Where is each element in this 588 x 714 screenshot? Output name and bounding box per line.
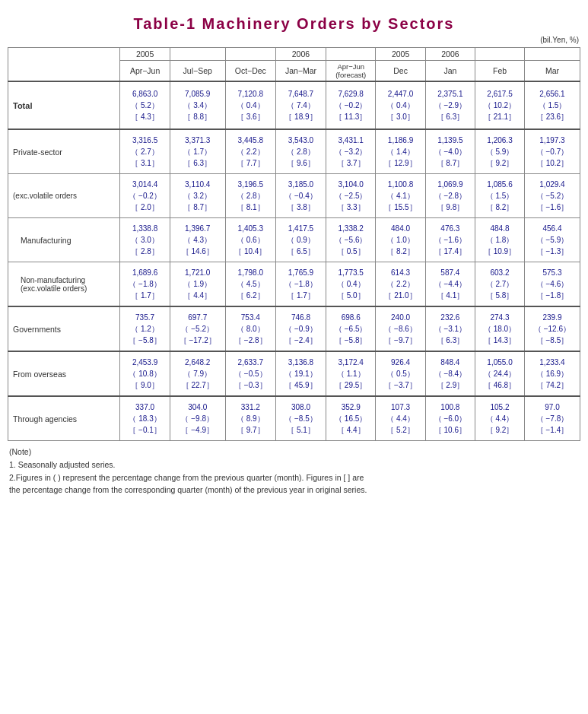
cell-7-4: 352.9（ 16.5）［ 4.4］	[326, 396, 376, 441]
cell-2-4: 3,104.0（ −2.5）［ 3.3］	[326, 174, 376, 218]
header-row-1: 2005 2006 2005 2006	[8, 48, 580, 61]
table-row: Private-sector3,316.5（ 2.7）［ 3.1］3,371.3…	[8, 129, 580, 174]
col8-year-header	[475, 48, 525, 61]
table-row: Through agencies337.0（ 18.3）［ −0.1］304.0…	[8, 396, 580, 441]
cell-6-8: 1,233.4（ 16.9）［ 74.2］	[524, 351, 580, 396]
cell-7-0: 337.0（ 18.3）［ −0.1］	[120, 396, 170, 441]
cell-5-0: 735.7（ 1.2）［ −5.8］	[120, 306, 170, 351]
table-row: From overseas2,453.9（ 10.8）［ 9.0］2,648.2…	[8, 351, 580, 396]
cell-4-6: 587.4（ −4.4）［ 4.1］	[425, 262, 475, 307]
row-label-7: Through agencies	[8, 396, 120, 441]
cell-0-0: 6,863.0（ 5.2）［ 4.3］	[120, 81, 170, 129]
cell-4-1: 1,721.0（ 1.9）［ 4.4］	[170, 262, 225, 307]
cell-0-1: 7,085.9（ 3.4）［ 8.8］	[170, 81, 225, 129]
table-row: Total6,863.0（ 5.2）［ 4.3］7,085.9（ 3.4）［ 8…	[8, 81, 580, 129]
cell-1-6: 1,139.5（ −4.0）［ 8.7］	[425, 129, 475, 174]
cell-7-8: 97.0（ −7.8）［ −1.4］	[524, 396, 580, 441]
cell-5-8: 239.9（ −12.6）［ −8.5］	[524, 306, 580, 351]
row-label-0: Total	[8, 81, 120, 129]
col9-period-header: Mar	[524, 61, 580, 82]
cell-3-8: 456.4（ −5.9）［ −1.3］	[524, 218, 580, 262]
cell-7-3: 308.0（ −8.5）［ 5.1］	[275, 396, 326, 441]
cell-3-3: 1,417.5（ 0.9）［ 6.5］	[275, 218, 326, 262]
table-row: (exc.volatile orders3,014.4（ −0.2）［ 2.0］…	[8, 174, 580, 218]
cell-5-4: 698.6（ −6.5）［ −5.8］	[326, 306, 376, 351]
cell-4-0: 1,689.6（ −1.8）［ 1.7］	[120, 262, 170, 307]
note-line-0: (Note)	[9, 446, 580, 459]
col6-year-header: 2005	[376, 48, 425, 61]
cell-7-5: 107.3（ 4.4）［ 5.2］	[376, 396, 425, 441]
note-line-2: 2.Figures in ( ) represent the percentag…	[9, 471, 580, 484]
cell-4-8: 575.3（ −4.6）［ −1.8］	[524, 262, 580, 307]
col5-year-header	[326, 48, 376, 61]
row-label-4: Non-manufacturing(exc.volatile orders)	[8, 262, 120, 307]
label-col-header	[8, 48, 120, 82]
cell-0-6: 2,375.1（ −2.9）［ 6.3］	[425, 81, 475, 129]
note-line-3: the percentage change from the correspon…	[9, 484, 580, 497]
col5-period-header: Apr−Jun (forecast)	[326, 61, 376, 82]
col1-year-header: 2005	[120, 48, 170, 61]
cell-6-1: 2,648.2（ 7.9）［ 22.7］	[170, 351, 225, 396]
cell-0-5: 2,447.0（ 0.4）［ 3.0］	[376, 81, 425, 129]
row-label-1: Private-sector	[8, 129, 120, 174]
row-label-5: Governments	[8, 306, 120, 351]
cell-6-5: 926.4（ 0.5）［ −3.7］	[376, 351, 425, 396]
cell-3-0: 1,338.8（ 3.0）［ 2.8］	[120, 218, 170, 262]
cell-7-1: 304.0（ −9.8）［ −4.9］	[170, 396, 225, 441]
col4-period-header: Jan−Mar	[275, 61, 326, 82]
cell-3-6: 476.3（ −1.6）［ 17.4］	[425, 218, 475, 262]
cell-7-6: 100.8（ −6.0）［ 10.6］	[425, 396, 475, 441]
col2-year-header	[170, 48, 225, 61]
cell-2-0: 3,014.4（ −0.2）［ 2.0］	[120, 174, 170, 218]
cell-4-2: 1,798.0（ 4.5）［ 6.2］	[225, 262, 275, 307]
cell-3-5: 484.0（ 1.0）［ 8.2］	[376, 218, 425, 262]
cell-0-3: 7,648.7（ 7.4）［ 18.9］	[275, 81, 326, 129]
cell-5-1: 697.7（ −5.2）［ −17.2］	[170, 306, 225, 351]
col6-period-header: Dec	[376, 61, 425, 82]
cell-5-2: 753.4（ 8.0）［ −2.8］	[225, 306, 275, 351]
cell-2-6: 1,069.9（ −2.8）［ 9.8］	[425, 174, 475, 218]
cell-6-7: 1,055.0（ 24.4）［ 46.8］	[475, 351, 525, 396]
cell-5-5: 240.0（ −8.6）［ −9.7］	[376, 306, 425, 351]
cell-0-2: 7,120.8（ 0.4）［ 3.6］	[225, 81, 275, 129]
col7-period-header: Jan	[425, 61, 475, 82]
cell-4-7: 603.2（ 2.7）［ 5.8］	[475, 262, 525, 307]
cell-1-5: 1,186.9（ 1.4）［ 12.9］	[376, 129, 425, 174]
cell-7-2: 331.2（ 8.9）［ 9.7］	[225, 396, 275, 441]
cell-2-3: 3,185.0（ −0.4）［ 3.8］	[275, 174, 326, 218]
cell-6-6: 848.4（ −8.4）［ 2.9］	[425, 351, 475, 396]
col3-year-header	[225, 48, 275, 61]
cell-1-8: 1,197.3（ −0.7）［ 10.2］	[524, 129, 580, 174]
table-row: Non-manufacturing(exc.volatile orders)1,…	[8, 262, 580, 307]
cell-4-3: 1,765.9（ −1.8）［ 1.7］	[275, 262, 326, 307]
cell-6-4: 3,172.4（ 1.1）［ 29.5］	[326, 351, 376, 396]
cell-5-3: 746.8（ −0.9）［ −2.4］	[275, 306, 326, 351]
note-line-1: 1. Seasonally adjusted series.	[9, 459, 580, 471]
row-label-2: (exc.volatile orders	[8, 174, 120, 218]
cell-5-6: 232.6（ −3.1）［ 6.3］	[425, 306, 475, 351]
cell-2-1: 3,110.4（ 3.2）［ 8.7］	[170, 174, 225, 218]
row-label-6: From overseas	[8, 351, 120, 396]
col4-year-header: 2006	[275, 48, 326, 61]
table-row: Manufacturing1,338.8（ 3.0）［ 2.8］1,396.7（…	[8, 218, 580, 262]
col7-year-header: 2006	[425, 48, 475, 61]
col3-period-header: Oct−Dec	[225, 61, 275, 82]
col2-period-header: Jul−Sep	[170, 61, 225, 82]
col8-period-header: Feb	[475, 61, 525, 82]
cell-0-4: 7,629.8（ −0.2）［ 11.3］	[326, 81, 376, 129]
cell-6-3: 3,136.8（ 19.1）［ 45.9］	[275, 351, 326, 396]
cell-4-5: 614.3（ 2.2）［ 21.0］	[376, 262, 425, 307]
unit-label: (bil.Yen, %)	[8, 36, 580, 44]
cell-1-0: 3,316.5（ 2.7）［ 3.1］	[120, 129, 170, 174]
notes-section: (Note)1. Seasonally adjusted series.2.Fi…	[8, 446, 580, 497]
cell-2-2: 3,196.5（ 2.8）［ 8.1］	[225, 174, 275, 218]
page-title: Table-1 Machinery Orders by Sectors	[8, 15, 580, 33]
cell-1-4: 3,431.1（ −3.2）［ 3.7］	[326, 129, 376, 174]
row-label-3: Manufacturing	[8, 218, 120, 262]
cell-4-4: 1,773.5（ 0.4）［ 5.0］	[326, 262, 376, 307]
cell-5-7: 274.3（ 18.0）［ 14.3］	[475, 306, 525, 351]
cell-3-7: 484.8（ 1.8）［ 10.9］	[475, 218, 525, 262]
cell-0-7: 2,617.5（ 10.2）［ 21.1］	[475, 81, 525, 129]
cell-2-7: 1,085.6（ 1.5）［ 8.2］	[475, 174, 525, 218]
cell-3-2: 1,405.3（ 0.6）［ 10.4］	[225, 218, 275, 262]
